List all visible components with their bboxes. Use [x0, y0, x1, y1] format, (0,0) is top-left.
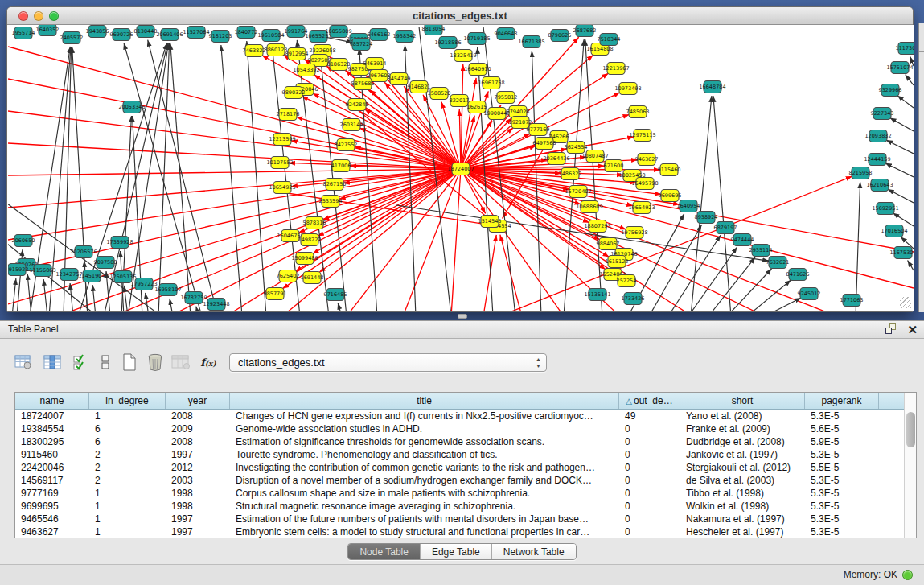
cell-year[interactable]: 1998: [166, 487, 230, 500]
cell-pagerank[interactable]: 5.3E-5: [805, 525, 879, 538]
table-row[interactable]: 911546021997Tourette syndrome. Phenomeno…: [15, 448, 916, 461]
cell-name[interactable]: 22420046: [15, 461, 89, 474]
table-row[interactable]: 977716911998Corpus callosum shape and si…: [15, 487, 916, 500]
graph-node[interactable]: 2533594: [319, 196, 343, 208]
row-height-button[interactable]: [95, 352, 116, 373]
cell-out_de…[interactable]: 0: [619, 474, 680, 487]
graph-node[interactable]: 9884067: [597, 238, 620, 250]
cell-pagerank[interactable]: 5.3E-5: [805, 474, 879, 487]
graph-node[interactable]: 5878316: [303, 217, 326, 229]
cell-year[interactable]: 2008: [166, 410, 230, 422]
network-view-window[interactable]: citations_edges.txt 18724007193845547463…: [6, 6, 914, 312]
graph-edge[interactable]: [196, 307, 199, 311]
cell-short[interactable]: Wolkin et al. (1998): [680, 500, 805, 513]
graph-node[interactable]: 8454749: [388, 73, 411, 85]
graph-edge[interactable]: [585, 39, 602, 311]
table-row[interactable]: 969969511998Structural magnetic resonanc…: [15, 500, 916, 513]
table-row[interactable]: 946362711997Embryonic stem cells: a mode…: [15, 525, 916, 538]
graph-node[interactable]: 1588520: [428, 88, 451, 100]
cell-title[interactable]: Estimation of the future numbers of pati…: [230, 513, 619, 525]
graph-node[interactable]: 1840772: [235, 27, 258, 39]
cell-out_de…[interactable]: 0: [619, 525, 680, 538]
graph-edge[interactable]: [461, 169, 837, 311]
cell-short[interactable]: de Silva et al. (2003): [680, 474, 805, 487]
graph-node[interactable]: 6879197: [714, 222, 737, 234]
graph-node[interactable]: 1514545: [478, 216, 502, 228]
panel-divider[interactable]: [458, 314, 467, 319]
graph-node[interactable]: 7625402: [277, 270, 300, 282]
graph-node[interactable]: 1117304: [896, 43, 914, 55]
graph-node[interactable]: 1991764: [285, 26, 308, 38]
table-row[interactable]: 2242004622012Investigating the contribut…: [15, 461, 916, 474]
graph-node[interactable]: 8267150: [323, 179, 347, 191]
cell-title[interactable]: Embryonic stem cells: a model to study s…: [230, 525, 619, 538]
graph-node[interactable]: 1733426: [622, 293, 645, 305]
cell-pagerank[interactable]: 5.9E-5: [805, 435, 879, 448]
graph-node[interactable]: 8813054: [422, 25, 446, 35]
graph-node[interactable]: 8471626: [786, 269, 810, 281]
graph-edge[interactable]: [247, 41, 266, 311]
cell-short[interactable]: Nakamura et al. (1997): [680, 513, 805, 525]
cell-short[interactable]: Stergiakouli et al. (2012): [680, 461, 805, 474]
graph-node[interactable]: 15692951: [872, 203, 898, 215]
graph-node[interactable]: 2405572: [60, 32, 84, 44]
cell-year[interactable]: 1997: [166, 448, 230, 461]
table-scrollbar[interactable]: [904, 393, 916, 538]
cell-name[interactable]: 18300295: [15, 435, 89, 448]
graph-edge[interactable]: [649, 225, 702, 311]
cell-title[interactable]: Genome-wide association studies in ADHD.: [230, 422, 619, 435]
graph-node[interactable]: 10719185: [463, 33, 490, 45]
graph-edge[interactable]: [906, 75, 914, 85]
cell-title[interactable]: Tourette syndrome. Phenomenology and cla…: [230, 448, 619, 461]
cell-name[interactable]: 18724007: [15, 410, 89, 422]
graph-edge[interactable]: [886, 140, 914, 154]
graph-edge[interactable]: [727, 269, 771, 311]
import-table-button[interactable]: [170, 352, 191, 373]
cell-in_degree[interactable]: 6: [89, 435, 166, 448]
graph-edge[interactable]: [708, 257, 755, 311]
cell-pagerank[interactable]: 5.3E-5: [805, 410, 879, 422]
column-header-in_degree[interactable]: in_degree: [89, 393, 166, 409]
graph-node[interactable]: 8790625: [548, 30, 572, 42]
cell-title[interactable]: Investigating the contribution of common…: [230, 461, 619, 474]
cell-pagerank[interactable]: 5.5E-5: [805, 461, 879, 474]
window-resize-handle[interactable]: [900, 297, 911, 308]
graph-edge[interactable]: [27, 274, 31, 311]
cell-name[interactable]: 14569117: [15, 474, 89, 487]
graph-edge[interactable]: [357, 109, 491, 220]
select-column-button[interactable]: [42, 352, 63, 373]
cell-pagerank[interactable]: 5.3E-5: [805, 448, 879, 461]
tab-network-table[interactable]: Network Table: [492, 544, 576, 559]
cell-out_de…[interactable]: 0: [619, 448, 680, 461]
graph-node[interactable]: 16958107: [154, 284, 181, 296]
cell-year[interactable]: 2009: [166, 422, 230, 435]
graph-node[interactable]: 9777169: [527, 124, 550, 136]
network-window-titlebar[interactable]: citations_edges.txt: [7, 7, 913, 25]
cell-pagerank[interactable]: 5.3E-5: [805, 513, 879, 525]
cell-in_degree[interactable]: 1: [89, 525, 166, 538]
column-header-pagerank[interactable]: pagerank: [805, 393, 879, 409]
cell-out_de…[interactable]: 49: [619, 410, 680, 422]
graph-node[interactable]: 1955714: [12, 27, 35, 39]
graph-node[interactable]: 8130448: [134, 26, 158, 38]
cell-name[interactable]: 9777169: [15, 487, 89, 500]
graph-node[interactable]: 8186328: [327, 59, 351, 71]
graph-node[interactable]: 8938924: [695, 212, 718, 224]
minimize-button[interactable]: [34, 11, 43, 21]
graph-edge[interactable]: [893, 213, 914, 226]
graph-edge[interactable]: [338, 303, 342, 311]
graph-node[interactable]: 15099489: [291, 253, 318, 265]
cell-name[interactable]: 9465546: [15, 513, 89, 525]
graph-node[interactable]: 9242848: [346, 99, 369, 111]
cell-name[interactable]: 19384554: [15, 422, 89, 435]
cell-year[interactable]: 2008: [166, 435, 230, 448]
graph-node[interactable]: 7463822: [243, 45, 266, 57]
graph-node[interactable]: 17016504: [881, 225, 907, 237]
graph-node[interactable]: 8215958: [849, 167, 873, 179]
graph-edge[interactable]: [461, 64, 463, 169]
cell-out_de…[interactable]: 0: [619, 435, 680, 448]
graph-node[interactable]: 7486322: [559, 168, 582, 180]
graph-edge[interactable]: [885, 163, 914, 177]
cell-out_de…[interactable]: 0: [619, 513, 680, 525]
graph-node[interactable]: 9245012: [798, 288, 821, 300]
